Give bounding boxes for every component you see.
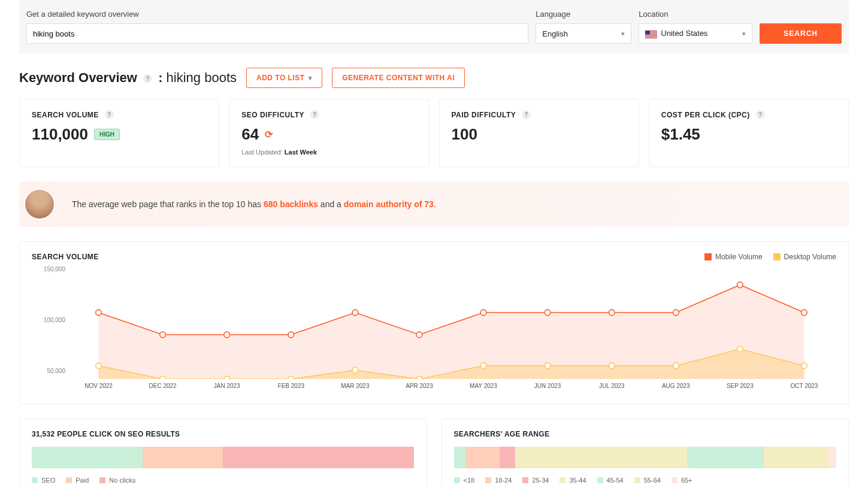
svg-point-23 xyxy=(802,363,807,369)
svg-point-13 xyxy=(160,376,166,379)
svg-point-2 xyxy=(224,332,230,338)
svg-point-10 xyxy=(737,282,743,288)
help-icon[interactable]: ? xyxy=(105,110,114,119)
legend-item: 25-34 xyxy=(522,477,549,484)
seo-difficulty-value: 64 xyxy=(241,125,259,144)
svg-point-20 xyxy=(609,363,615,369)
bar-segment xyxy=(32,447,143,468)
bar-segment xyxy=(515,447,687,468)
legend-item: 45-54 xyxy=(597,477,624,484)
language-select[interactable]: English ▾ xyxy=(536,23,631,44)
legend-mobile: Mobile Volume xyxy=(704,253,763,261)
search-volume-value: 110,000 xyxy=(32,125,88,144)
bar-segment xyxy=(143,447,223,468)
keyword-label: Get a detailed keyword overview xyxy=(26,10,528,19)
insight-banner: The average web page that ranks in the t… xyxy=(19,181,849,227)
search-button[interactable]: SEARCH xyxy=(760,23,842,44)
seo-difficulty-card: SEO DIFFICULTY? 64 ⟳ Last Updated: Last … xyxy=(229,99,429,167)
legend-desktop: Desktop Volume xyxy=(773,253,836,261)
refresh-icon[interactable]: ⟳ xyxy=(265,129,273,140)
keyword-input[interactable] xyxy=(26,23,528,44)
chart-area xyxy=(66,268,836,379)
legend-item: 18-24 xyxy=(485,477,512,484)
seo-clicks-legend: SEOPaidNo clicks xyxy=(32,477,415,484)
legend-item: No clicks xyxy=(99,477,135,484)
svg-point-16 xyxy=(352,367,358,373)
seo-updated-note: Last Updated: Last Week xyxy=(241,148,416,156)
language-value: English xyxy=(542,29,568,38)
bar-segment xyxy=(465,447,500,468)
svg-point-5 xyxy=(416,332,422,338)
svg-point-19 xyxy=(545,363,551,369)
paid-difficulty-card: PAID DIFFICULTY? 100 xyxy=(439,99,639,167)
age-range-card: SEARCHERS' AGE RANGE <1818-2425-3435-444… xyxy=(441,419,849,485)
help-icon[interactable]: ? xyxy=(756,110,765,119)
bar-segment xyxy=(687,447,764,468)
help-icon[interactable]: ? xyxy=(310,110,319,119)
chevron-down-icon: ▾ xyxy=(742,30,746,38)
x-axis-labels: NOV 2022DEC 2022JAN 2023FEB 2023MAR 2023… xyxy=(66,383,836,389)
svg-point-9 xyxy=(673,310,679,316)
legend-item: 65+ xyxy=(672,477,692,484)
svg-point-3 xyxy=(288,332,294,338)
location-label: Location xyxy=(639,10,752,19)
y-axis-labels: 150,000 100,000 50,000 xyxy=(34,268,65,370)
language-label: Language xyxy=(536,10,631,19)
search-bar: Get a detailed keyword overview Language… xyxy=(19,0,849,53)
bar-segment xyxy=(223,447,414,468)
legend-item: Paid xyxy=(66,477,89,484)
metric-cards: SEARCH VOLUME? 110,000 HIGH SEO DIFFICUL… xyxy=(19,99,849,167)
page-header: Keyword Overview ? : hiking boots ADD TO… xyxy=(19,68,849,88)
svg-point-4 xyxy=(352,310,358,316)
bar-segment xyxy=(454,447,465,468)
search-volume-chart-card: SEARCH VOLUME Mobile Volume Desktop Volu… xyxy=(19,241,849,404)
chart-title: SEARCH VOLUME xyxy=(32,253,99,261)
svg-point-18 xyxy=(480,363,486,369)
svg-point-15 xyxy=(288,376,294,379)
legend-item: 55-64 xyxy=(634,477,661,484)
paid-difficulty-value: 100 xyxy=(452,125,477,144)
svg-point-14 xyxy=(224,376,230,379)
svg-point-0 xyxy=(96,310,102,316)
legend-item: <18 xyxy=(454,477,475,484)
avatar xyxy=(24,189,55,220)
help-icon[interactable]: ? xyxy=(522,110,531,119)
legend-item: 35-44 xyxy=(559,477,586,484)
insight-text: The average web page that ranks in the t… xyxy=(72,199,436,209)
chevron-down-icon: ▾ xyxy=(621,30,625,38)
bar-segment xyxy=(764,447,829,468)
cpc-card: COST PER CLICK (CPC)? $1.45 xyxy=(649,99,849,167)
svg-point-1 xyxy=(160,332,166,338)
help-icon[interactable]: ? xyxy=(143,74,152,83)
svg-point-21 xyxy=(673,363,679,369)
page-title: Keyword Overview ? : hiking boots xyxy=(19,70,237,86)
chart-legend: Mobile Volume Desktop Volume xyxy=(704,253,836,261)
search-volume-card: SEARCH VOLUME? 110,000 HIGH xyxy=(19,99,219,167)
volume-badge: HIGH xyxy=(94,129,120,140)
location-select[interactable]: United States ▾ xyxy=(639,23,752,44)
age-range-bar xyxy=(454,447,837,468)
age-range-legend: <1818-2425-3435-4445-5455-6465+ xyxy=(454,477,837,484)
chevron-down-icon: ▾ xyxy=(309,74,313,82)
us-flag-icon xyxy=(645,31,657,38)
cpc-value: $1.45 xyxy=(661,125,700,144)
svg-point-7 xyxy=(545,310,551,316)
seo-clicks-bar xyxy=(32,447,415,468)
svg-point-22 xyxy=(737,346,743,352)
bar-segment xyxy=(500,447,515,468)
svg-point-6 xyxy=(480,310,486,316)
age-range-title: SEARCHERS' AGE RANGE xyxy=(454,430,837,438)
generate-content-ai-button[interactable]: GENERATE CONTENT WITH AI xyxy=(332,68,465,88)
add-to-list-button[interactable]: ADD TO LIST ▾ xyxy=(246,68,322,88)
seo-clicks-card: 31,532 PEOPLE CLICK ON SEO RESULTS SEOPa… xyxy=(19,419,427,485)
svg-point-17 xyxy=(416,376,422,379)
seo-clicks-title: 31,532 PEOPLE CLICK ON SEO RESULTS xyxy=(32,430,415,438)
keyword-name: hiking boots xyxy=(167,70,237,85)
svg-point-12 xyxy=(96,363,102,369)
legend-item: SEO xyxy=(32,477,55,484)
location-value: United States xyxy=(661,29,707,38)
bar-segment xyxy=(828,447,836,468)
svg-point-11 xyxy=(802,310,807,316)
svg-point-8 xyxy=(609,310,615,316)
